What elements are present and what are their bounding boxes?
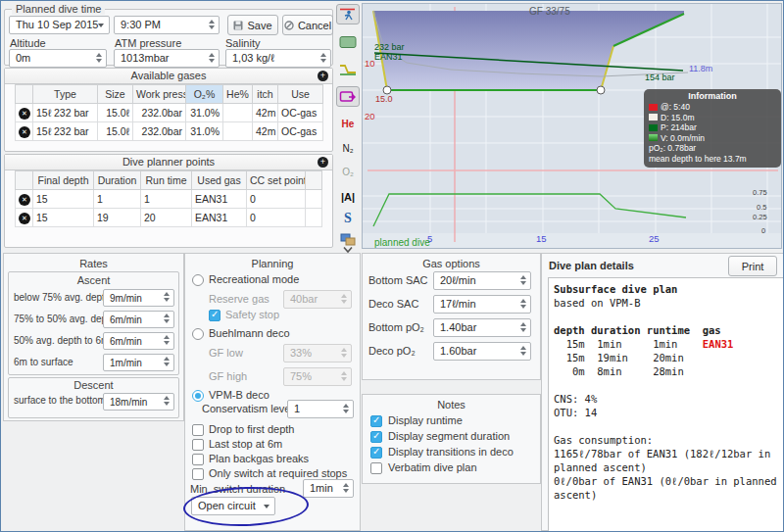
bottom-po2-spinbox[interactable]: 1.40bar (433, 318, 531, 337)
gases-table: TypeSizeWork press O₂%He%itchUse ✕ 15ℓ 2… (15, 84, 323, 141)
bottom-po2-label: Bottom pO₂ (368, 321, 424, 333)
print-button[interactable]: Print (728, 256, 777, 276)
spin-arrows[interactable] (209, 20, 215, 29)
edit-planned-dive-button[interactable] (336, 4, 360, 24)
rates-panel: Rates Ascent below 75% avg. depth 9m/min… (3, 253, 184, 421)
rate-50to6m-spinbox[interactable]: 6m/min (103, 332, 174, 350)
save-icon (233, 21, 243, 30)
rate-label: surface to the bottom (14, 395, 106, 406)
ascent-title: Ascent (9, 272, 178, 286)
display-runtime-checkbox[interactable] (370, 415, 382, 427)
rate-75to50-spinbox[interactable]: 6m/min (103, 311, 174, 328)
gas-row[interactable]: ✕ 15ℓ 232 bar15.0ℓ232.0bar31.0%42mOC-gas (16, 122, 323, 141)
rate-label: 75% to 50% avg. depth (14, 314, 115, 324)
toggle-pp-o2-button[interactable]: O₂ (336, 162, 360, 182)
salinity-spinbox[interactable]: 1,03 kg/ℓ (225, 49, 331, 68)
planned-dive-time-group: Planned dive time Thu 10 Sep 2015 9:30 P… (4, 9, 333, 66)
verbatim-dive-plan-checkbox[interactable] (370, 462, 382, 474)
atm-pressure-spinbox[interactable]: 1013mbar (114, 49, 220, 68)
rate-label: 6m to surface (14, 357, 74, 367)
photo-icon (339, 90, 357, 104)
deco-sac-spinbox[interactable]: 17ℓ/min (433, 295, 531, 314)
drop-to-first-depth-checkbox[interactable] (192, 424, 204, 436)
vpmb-deco-radio[interactable] (192, 390, 204, 402)
planned-dive-time-title: Planned dive time (12, 3, 105, 15)
last-stop-6m-label: Last stop at 6m (209, 438, 282, 450)
info-line: V: 0.0m/min (661, 133, 705, 144)
gas-row[interactable]: ✕ 15ℓ 232 bar15.0ℓ232.0bar31.0%42mOC-gas (16, 104, 323, 122)
planner-point-row[interactable]: ✕ 1511EAN310 (16, 190, 322, 209)
dive-plan-details-title: Dive plan details (549, 260, 634, 271)
gas-consumption-heading: Gas consumption: (554, 434, 653, 446)
waypoint-handle[interactable] (383, 86, 391, 94)
plan-row: 15m 1min 1min (554, 338, 703, 350)
cancel-button[interactable]: Cancel (282, 15, 333, 35)
altitude-spinbox[interactable]: 0m (9, 49, 107, 68)
swatch (649, 124, 658, 131)
recreational-mode-radio[interactable] (192, 274, 204, 286)
info-line: @: 5:40 (661, 102, 690, 113)
dive-date-combo[interactable]: Thu 10 Sep 2015 (9, 16, 110, 34)
swatch (649, 134, 658, 141)
min-switch-duration-spinbox[interactable]: 1min (303, 479, 354, 498)
delete-point-icon[interactable]: ✕ (19, 194, 30, 206)
o2-label: O₂ (342, 167, 354, 177)
altitude-label: Altitude (10, 37, 46, 49)
gf-low-spinbox[interactable]: 33% (283, 344, 352, 363)
delete-cylinder-icon[interactable]: ✕ (19, 126, 30, 138)
descent-title: Descent (9, 378, 178, 391)
display-transitions-checkbox[interactable] (370, 447, 382, 459)
safety-stop-checkbox[interactable] (209, 310, 220, 321)
info-line: D: 15.0m (661, 113, 695, 123)
planning-panel: Planning Recreational mode Reserve gas 4… (184, 253, 361, 531)
rate-6m-surface-spinbox[interactable]: 1m/min (103, 354, 174, 371)
planner-point-row[interactable]: ✕ 151920EAN310 (16, 209, 322, 227)
toggle-photos-button[interactable] (336, 86, 360, 107)
dive-plan-details-panel: Dive plan details Print Subsurface dive … (541, 253, 784, 531)
dive-time-spinbox[interactable]: 9:30 PM (114, 16, 220, 34)
gf-high-spinbox[interactable]: 75% (283, 367, 352, 386)
he-label: He (342, 119, 355, 129)
time-tick-25: 25 (649, 233, 660, 244)
delete-cylinder-icon[interactable]: ✕ (19, 108, 30, 120)
save-button[interactable]: Save (227, 15, 278, 35)
toggle-shaded-profile-button[interactable] (336, 31, 360, 52)
waypoint-handle[interactable] (597, 86, 605, 94)
profile-info-box: Information @: 5:40 D: 15.0m P: 214bar V… (644, 89, 781, 168)
conservatism-spinbox[interactable]: 1 (287, 400, 354, 418)
delete-point-icon[interactable]: ✕ (19, 213, 30, 224)
po2-tick-075: 0.75 (753, 188, 767, 197)
reserve-gas-spinbox[interactable]: 40bar (283, 290, 352, 309)
add-point-button[interactable]: + (318, 157, 328, 168)
gas-consumption-line: 0ℓ/0bar of EAN31 (0ℓ/0bar in planned asc… (554, 475, 783, 501)
toggle-ruler-button[interactable]: |A| (336, 186, 360, 207)
plan-row-gas: EAN31 (703, 338, 734, 350)
subsurface-logo-icon: S (344, 211, 352, 226)
plan-backgas-breaks-checkbox[interactable] (192, 454, 204, 465)
planner-points-table: Final depthDurationRun timeUsed gasCC se… (15, 170, 322, 227)
deco-po2-spinbox[interactable]: 1.60bar (433, 342, 531, 361)
bottom-sac-spinbox[interactable]: 20ℓ/min (433, 271, 531, 290)
last-stop-6m-checkbox[interactable] (192, 439, 204, 451)
notes-panel: Notes Display runtime Display segment du… (362, 394, 541, 484)
only-switch-required-checkbox[interactable] (192, 468, 204, 480)
rate-descent-spinbox[interactable]: 18m/min (103, 393, 174, 411)
cancel-label: Cancel (298, 20, 331, 31)
add-cylinder-button[interactable]: + (318, 71, 328, 81)
swatch (649, 104, 658, 111)
ascent-group: Ascent below 75% avg. depth 9m/min 75% t… (8, 271, 179, 375)
swatch (649, 114, 658, 121)
atm-pressure-value: 1013mbar (121, 50, 170, 67)
po2-tick-0: 0 (761, 226, 765, 235)
rate-below75-spinbox[interactable]: 9m/min (103, 289, 174, 307)
altitude-value: 0m (16, 50, 30, 67)
buehlmann-deco-radio[interactable] (192, 328, 204, 340)
toggle-pp-he-button[interactable]: He (336, 114, 360, 134)
shaded-area-icon (339, 35, 357, 49)
toggle-pp-n2-button[interactable]: N₂ (336, 138, 360, 159)
ruler-label: |A| (341, 191, 355, 203)
display-segment-duration-checkbox[interactable] (370, 431, 382, 443)
bottom-depth-label: 15.0 (375, 94, 393, 104)
toggle-ceiling-button[interactable] (336, 59, 360, 79)
scale-graph-button[interactable]: S (336, 208, 360, 228)
